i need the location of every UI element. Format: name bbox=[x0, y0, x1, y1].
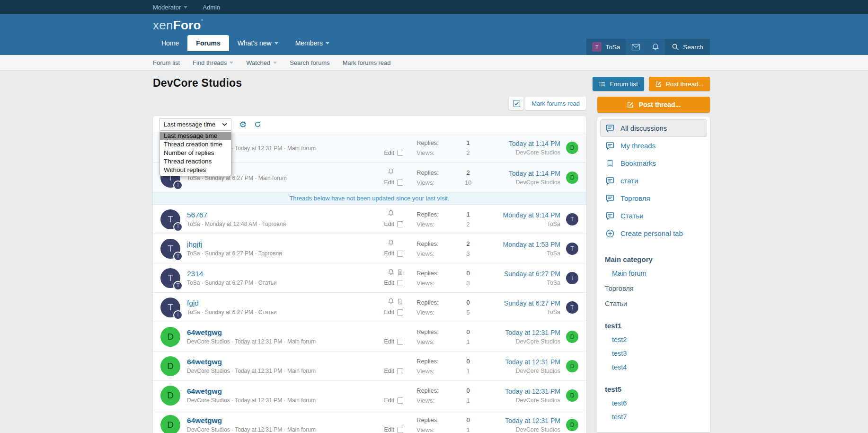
main-nav-tab[interactable]: Forums bbox=[187, 35, 229, 51]
last-poster-avatar[interactable]: D bbox=[566, 360, 578, 372]
forum-link[interactable]: Main forum bbox=[605, 270, 702, 277]
edit-link[interactable]: Edit bbox=[384, 179, 394, 186]
moderator-menu[interactable]: Moderator bbox=[153, 4, 187, 11]
thread-select-checkbox[interactable] bbox=[397, 280, 403, 286]
thread-title-link[interactable]: 56767 bbox=[187, 210, 373, 219]
subnav-item[interactable]: Mark forums read bbox=[343, 59, 391, 66]
sort-dropdown-option[interactable]: Last message time bbox=[160, 132, 231, 140]
last-post-time-link[interactable]: Today at 12:31 PM bbox=[484, 329, 560, 336]
thread-title-link[interactable]: 64wetgwg bbox=[187, 416, 373, 425]
thread-title-link[interactable]: 2314 bbox=[187, 269, 373, 278]
filter-settings-button[interactable]: ⚙ bbox=[239, 120, 247, 129]
last-post-time-link[interactable]: Sunday at 6:27 PM bbox=[484, 299, 560, 307]
thread-select-checkbox[interactable] bbox=[397, 180, 403, 186]
sidebar-tab[interactable]: All discussions bbox=[600, 119, 707, 137]
conversations-button[interactable] bbox=[626, 39, 646, 55]
sidebar-tab[interactable]: Create personal tab bbox=[600, 225, 707, 242]
thread-meta[interactable]: DevCore Studios · Today at 12:31 PM · Ma… bbox=[187, 338, 373, 345]
thread-author-avatar[interactable]: T T bbox=[160, 209, 180, 229]
thread-meta[interactable]: ToSa · Monday at 12:48 AM · Торговля bbox=[187, 221, 373, 228]
last-poster-avatar[interactable]: D bbox=[566, 419, 578, 431]
admin-link[interactable]: Admin bbox=[203, 4, 220, 11]
mark-forums-read-link[interactable]: Mark forums read bbox=[525, 97, 586, 110]
last-poster-avatar[interactable]: D bbox=[566, 142, 578, 154]
edit-link[interactable]: Edit bbox=[384, 338, 394, 345]
thread-meta[interactable]: ToSa · Sunday at 6:27 PM · Статьи bbox=[187, 280, 373, 287]
post-thread-button[interactable]: Post thread... bbox=[649, 77, 710, 91]
thread-meta[interactable]: DevCore Studios · Today at 12:31 PM · Ma… bbox=[187, 426, 373, 433]
edit-link[interactable]: Edit bbox=[384, 280, 394, 286]
thread-select-checkbox[interactable] bbox=[397, 397, 403, 404]
edit-link[interactable]: Edit bbox=[384, 397, 394, 404]
subnav-item[interactable]: Watched bbox=[246, 59, 277, 66]
mark-forums-read-checkbox[interactable] bbox=[509, 97, 523, 110]
last-poster-avatar[interactable]: D bbox=[566, 389, 578, 402]
subnav-item[interactable]: Forum list bbox=[153, 59, 180, 66]
last-poster-avatar[interactable]: T bbox=[566, 243, 578, 255]
forum-link[interactable]: Статьи bbox=[605, 300, 702, 307]
thread-title-link[interactable]: 64wetgwg bbox=[187, 357, 373, 366]
last-poster-avatar[interactable]: T bbox=[566, 301, 578, 314]
edit-link[interactable]: Edit bbox=[384, 426, 394, 433]
forum-link[interactable]: Торговля bbox=[605, 285, 702, 292]
refresh-button[interactable] bbox=[254, 121, 261, 128]
last-post-time-link[interactable]: Monday at 9:14 PM bbox=[484, 211, 560, 219]
thread-select-checkbox[interactable] bbox=[397, 309, 403, 316]
sidebar-tab[interactable]: стати bbox=[600, 172, 707, 189]
thread-author-avatar[interactable]: D bbox=[160, 386, 180, 406]
edit-link[interactable]: Edit bbox=[384, 250, 394, 257]
last-poster-avatar[interactable]: D bbox=[566, 331, 578, 343]
subnav-item[interactable]: Find threads bbox=[193, 59, 233, 66]
main-nav-tab[interactable]: Home bbox=[153, 35, 187, 51]
thread-meta[interactable]: ToSa · Sunday at 6:27 PM · Статьи bbox=[187, 309, 373, 316]
sort-dropdown-option[interactable]: Thread creation time bbox=[160, 140, 231, 149]
last-post-time-link[interactable]: Today at 12:31 PM bbox=[484, 417, 560, 424]
last-poster-avatar[interactable]: D bbox=[566, 171, 578, 184]
last-post-time-link[interactable]: Today at 12:31 PM bbox=[484, 388, 560, 395]
forum-link[interactable]: test2 bbox=[605, 336, 702, 343]
search-button[interactable]: Search bbox=[665, 39, 710, 55]
category-heading[interactable]: Main category bbox=[605, 255, 702, 263]
alerts-button[interactable] bbox=[646, 39, 665, 55]
thread-title-link[interactable]: jhgjfj bbox=[187, 240, 373, 249]
thread-author-avatar[interactable]: T T bbox=[160, 239, 180, 259]
category-heading[interactable]: test5 bbox=[605, 385, 702, 393]
thread-author-avatar[interactable]: D bbox=[160, 415, 180, 433]
thread-title-link[interactable]: 64wetgwg bbox=[187, 328, 373, 337]
last-post-time-link[interactable]: Sunday at 6:27 PM bbox=[484, 270, 560, 278]
thread-select-checkbox[interactable] bbox=[397, 150, 403, 156]
sort-dropdown-option[interactable]: Number of replies bbox=[160, 149, 231, 157]
main-nav-tab[interactable]: Members bbox=[287, 35, 338, 51]
edit-link[interactable]: Edit bbox=[384, 309, 394, 316]
thread-meta[interactable]: DevCore Studios · Today at 12:31 PM · Ma… bbox=[187, 368, 373, 375]
last-post-time-link[interactable]: Today at 1:14 PM bbox=[484, 170, 560, 177]
last-poster-avatar[interactable]: T bbox=[566, 213, 578, 226]
edit-link[interactable]: Edit bbox=[384, 221, 394, 227]
sidebar-tab[interactable]: Торговля bbox=[600, 189, 707, 207]
thread-title-link[interactable]: 64wetgwg bbox=[187, 387, 373, 396]
category-heading[interactable]: test1 bbox=[605, 322, 702, 330]
sort-dropdown-option[interactable]: Without replies bbox=[160, 166, 231, 174]
thread-select-checkbox[interactable] bbox=[397, 221, 403, 227]
last-post-time-link[interactable]: Monday at 1:53 PM bbox=[484, 241, 560, 248]
thread-select-checkbox[interactable] bbox=[397, 368, 403, 374]
sidebar-tab[interactable]: Bookmarks bbox=[600, 154, 707, 172]
sidebar-tab[interactable]: My threads bbox=[600, 137, 707, 154]
account-menu[interactable]: T ToSa bbox=[586, 39, 626, 55]
site-logo[interactable]: xenForo° bbox=[153, 14, 710, 35]
thread-author-avatar[interactable]: T T bbox=[160, 268, 180, 288]
last-post-time-link[interactable]: Today at 12:31 PM bbox=[484, 358, 560, 366]
thread-author-avatar[interactable]: T T bbox=[160, 298, 180, 317]
sidebar-post-thread-button[interactable]: Post thread... bbox=[597, 97, 710, 113]
thread-select-checkbox[interactable] bbox=[397, 427, 403, 433]
thread-title-link[interactable]: fgjd bbox=[187, 298, 373, 307]
forum-list-button[interactable]: Forum list bbox=[593, 77, 644, 91]
sidebar-tab[interactable]: Статьи bbox=[600, 207, 707, 225]
last-post-time-link[interactable]: Today at 1:14 PM bbox=[484, 140, 560, 147]
sort-select[interactable]: Last message time bbox=[159, 118, 231, 131]
subnav-item[interactable]: Search forums bbox=[290, 59, 330, 66]
thread-meta[interactable]: ToSa · Sunday at 6:27 PM · Торговля bbox=[187, 250, 373, 257]
thread-select-checkbox[interactable] bbox=[397, 251, 403, 257]
edit-link[interactable]: Edit bbox=[384, 150, 394, 156]
edit-link[interactable]: Edit bbox=[384, 368, 394, 374]
